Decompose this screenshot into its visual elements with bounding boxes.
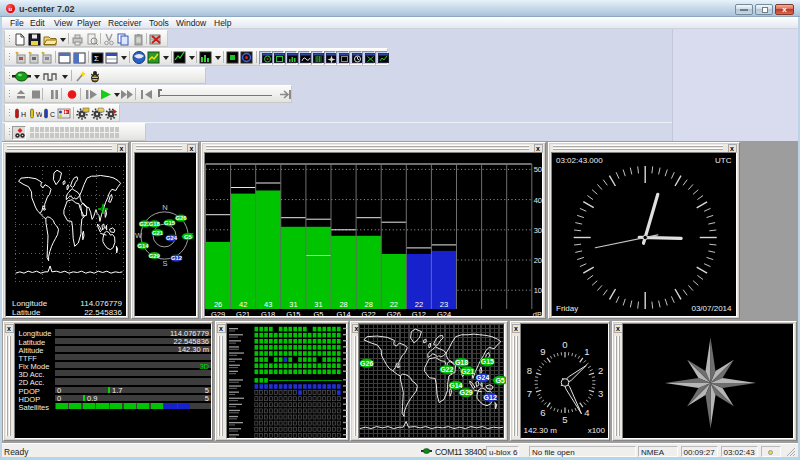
svg-text:G29: G29 [149, 253, 161, 259]
svg-text:31: 31 [314, 300, 322, 309]
svg-text:G12: G12 [171, 255, 182, 261]
svg-text:G21: G21 [461, 368, 474, 375]
svg-text:C: C [50, 111, 55, 118]
svg-text:G15: G15 [164, 220, 176, 226]
svg-text:40: 40 [533, 196, 541, 205]
svg-text:G26: G26 [386, 310, 400, 317]
svg-text:G18: G18 [455, 359, 468, 366]
svg-text:10: 10 [533, 286, 541, 295]
svg-text:G12: G12 [411, 310, 425, 317]
svg-text:6: 6 [540, 407, 545, 418]
svg-text:G24: G24 [166, 235, 178, 241]
svg-text:G26: G26 [360, 360, 373, 367]
svg-text:G14: G14 [137, 243, 149, 249]
svg-text:9: 9 [540, 346, 545, 357]
svg-text:G21: G21 [236, 310, 250, 317]
svg-text:G12: G12 [484, 394, 497, 401]
svg-text:28: 28 [364, 300, 372, 309]
svg-text:50: 50 [533, 165, 541, 174]
svg-text:Σ: Σ [94, 54, 99, 63]
svg-text:G26: G26 [175, 215, 187, 221]
svg-text:42: 42 [239, 300, 247, 309]
svg-text:G21: G21 [152, 230, 164, 236]
svg-text:2: 2 [598, 365, 603, 376]
svg-text:3: 3 [598, 388, 603, 399]
svg-text:G22: G22 [361, 310, 375, 317]
svg-text:G18: G18 [149, 221, 161, 227]
svg-text:30: 30 [533, 226, 541, 235]
svg-text:N: N [162, 203, 167, 212]
svg-text:1: 1 [584, 346, 589, 357]
svg-text:5: 5 [562, 414, 567, 425]
svg-text:G14: G14 [336, 310, 350, 317]
svg-text:G24: G24 [476, 374, 489, 381]
svg-text:H: H [21, 111, 26, 118]
svg-text:G15: G15 [286, 310, 300, 317]
svg-text:G18: G18 [261, 310, 275, 317]
svg-text:dB: dB [532, 310, 541, 317]
svg-text:43: 43 [264, 300, 272, 309]
svg-text:7: 7 [526, 388, 531, 399]
svg-text:W: W [135, 231, 143, 240]
svg-text:22: 22 [389, 300, 397, 309]
svg-text:20: 20 [533, 256, 541, 265]
svg-text:31: 31 [289, 300, 297, 309]
svg-text:G14: G14 [449, 382, 462, 389]
svg-text:26: 26 [213, 300, 221, 309]
svg-text:4: 4 [584, 407, 589, 418]
svg-text:23: 23 [439, 300, 447, 309]
svg-text:0: 0 [562, 339, 567, 350]
svg-text:S: S [162, 259, 167, 268]
svg-text:G5: G5 [495, 377, 504, 384]
svg-text:G29: G29 [211, 310, 225, 317]
svg-text:8: 8 [526, 365, 531, 376]
svg-text:G15: G15 [481, 358, 494, 365]
svg-text:G22: G22 [440, 366, 453, 373]
svg-text:G29: G29 [459, 389, 472, 396]
svg-text:G5: G5 [184, 234, 193, 240]
svg-text:22: 22 [414, 300, 422, 309]
svg-text:G5: G5 [313, 310, 323, 317]
svg-text:G24: G24 [436, 310, 450, 317]
svg-text:28: 28 [339, 300, 347, 309]
